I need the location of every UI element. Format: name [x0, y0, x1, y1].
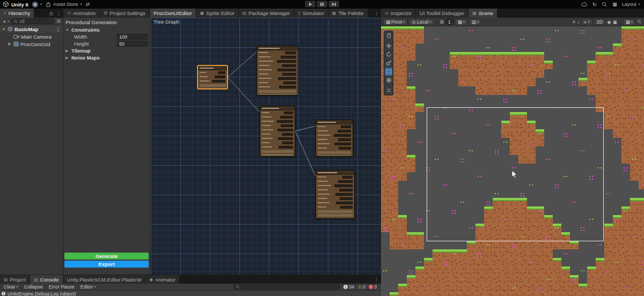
error-pause-toggle[interactable]: Error Pause — [46, 284, 78, 291]
tab-animator[interactable]: ◆Animator — [146, 275, 180, 284]
scene-camera-settings[interactable]: ▣ — [613, 19, 617, 25]
lock-icon[interactable] — [49, 11, 54, 16]
search-icon[interactable] — [602, 2, 608, 8]
procgen-panel: Procedural Generation ▼ConstraintsWidth1… — [63, 18, 151, 275]
tab-simulator[interactable]: ▯Simulator — [294, 9, 328, 18]
tool-rect[interactable] — [385, 68, 392, 76]
account-menu[interactable]: B ▾ — [32, 2, 42, 8]
center-dock-tabs: ◷Animation⚙Project SettingsProcGenUIEdit… — [63, 9, 381, 18]
clear-button[interactable]: Clear ▾ — [1, 284, 21, 291]
tab-animation[interactable]: ◷Animation — [63, 9, 100, 18]
tab-package-manager[interactable]: ▤Package Manager — [239, 9, 295, 18]
search-icon — [13, 19, 18, 24]
tab-sprite-editor[interactable]: ▣Sprite Editor — [196, 9, 239, 18]
simulator-icon: ▯ — [298, 11, 300, 16]
create-object-button[interactable]: ＋▾ — [2, 18, 9, 25]
field-row-height: Height50 — [63, 40, 150, 47]
grid-size-value[interactable]: 1 — [445, 19, 453, 25]
tab-project[interactable]: ▤Project — [0, 275, 30, 284]
graph-node-2[interactable] — [257, 46, 298, 95]
cloud-icon[interactable] — [581, 2, 588, 7]
tree-graph-panel[interactable]: Tree Graph — [151, 18, 381, 275]
bottom-dock-tabs: ▤Project▤ConsoleUnity.PlasticSCM.Editor.… — [0, 275, 381, 284]
item-menu-icon[interactable]: ⋮ — [56, 26, 63, 32]
graph-node-4[interactable] — [316, 120, 353, 157]
scene-2d-toggle[interactable]: 2D — [594, 19, 606, 25]
scene-audio-toggle[interactable]: ♪ — [577, 19, 580, 25]
layers-icon[interactable]: ▦ — [612, 2, 617, 7]
generate-button[interactable]: Generate — [64, 253, 149, 260]
handle-rotation-dropdown[interactable]: ◎ Local ▾ — [409, 19, 434, 25]
chevron-down-icon: ▾ — [631, 20, 633, 24]
info-icon: ! — [343, 285, 348, 289]
hierarchy-item-procgengrid[interactable]: ▶ProcGenGrid — [0, 40, 63, 48]
filter-icon[interactable] — [56, 19, 61, 24]
graph-node-5[interactable] — [316, 170, 355, 219]
graph-node-1[interactable] — [197, 65, 228, 89]
foldout-tilemap[interactable]: ▶Tilemap — [63, 47, 150, 54]
tab-scene[interactable]: ▦Scene — [469, 9, 497, 18]
procgen-actions: GenerateExport — [64, 253, 149, 268]
tab-inspector[interactable]: ◎Inspector — [381, 9, 416, 18]
foldout-constraints[interactable]: ▼Constraints — [63, 26, 150, 33]
tool-custom[interactable] — [385, 86, 392, 94]
foldout-noise-maps[interactable]: ▶Noise Maps — [63, 54, 150, 61]
editor-dropdown[interactable]: Editor ▾ — [78, 284, 99, 291]
tab-console[interactable]: ▤Console — [30, 275, 63, 284]
gizmos-dropdown[interactable]: ▦▾ — [623, 19, 635, 25]
history-icon[interactable]: ↻ — [592, 2, 597, 8]
project-icon: ▤ — [4, 277, 8, 282]
asset-store-menu[interactable]: Asset Store ▾ — [46, 2, 82, 8]
pivot-label: Pivot — [391, 19, 402, 25]
grid-settings-dropdown[interactable]: ▤▾ — [469, 19, 481, 25]
layout-dropdown[interactable]: Layout ▾ — [622, 2, 640, 7]
info-count[interactable]: !34 — [343, 284, 354, 290]
tool-rotate[interactable] — [385, 50, 392, 58]
console-search-input[interactable] — [233, 284, 340, 290]
tab-ui-toolkit-debugger[interactable]: UI Toolkit Debugger — [416, 9, 469, 18]
tool-scale[interactable] — [385, 59, 392, 67]
tool-hand[interactable] — [385, 32, 392, 40]
width-input[interactable]: 100 — [117, 34, 148, 40]
hierarchy-item-main-camera[interactable]: Main Camera — [0, 33, 63, 40]
step-button[interactable] — [328, 1, 339, 8]
tool-transform[interactable] — [385, 76, 392, 84]
panel-menu-icon[interactable]: ⋮ — [374, 277, 379, 282]
foldout-arrow[interactable]: ▼ — [2, 27, 6, 31]
snap-increment-dropdown[interactable]: ▦▾ — [455, 19, 467, 25]
console-log-entry[interactable]: ! UnityEngine.Debug:Log (object) — [0, 291, 381, 296]
scene-effects-dropdown[interactable]: ◐▾ — [581, 19, 592, 25]
scene-lighting-toggle[interactable]: ☀ — [572, 19, 576, 25]
graph-node-3[interactable] — [260, 106, 295, 157]
panel-menu-icon[interactable]: ⋮ — [56, 11, 61, 16]
tab-label: UI Toolkit Debugger — [420, 10, 464, 16]
hierarchy-item-basicmap[interactable]: ▼BasicMap⋮ — [0, 25, 63, 33]
tab-unity-plasticscm-editor-plasticw[interactable]: Unity.PlasticSCM.Editor.PlasticW — [63, 275, 146, 284]
tab-procgenuieditor[interactable]: ProcGenUIEditor — [150, 9, 196, 18]
hierarchy-search-input[interactable]: All — [11, 18, 55, 24]
warning-count[interactable]: ⚠0 — [357, 284, 365, 290]
tab-tile-palette[interactable]: ▦Tile Palette — [328, 9, 368, 18]
foldout-arrow[interactable]: ▶ — [8, 42, 12, 46]
pivot-dropdown[interactable]: ▦ Pivot ▾ — [383, 19, 407, 25]
package-manager-icon: ▤ — [243, 11, 247, 16]
export-button[interactable]: Export — [64, 261, 149, 268]
collab-icon[interactable]: ⇄ — [86, 2, 90, 7]
pause-button[interactable] — [317, 1, 327, 8]
error-count[interactable]: !0 — [369, 284, 377, 290]
asset-store-label: Asset Store — [53, 2, 78, 7]
play-button[interactable] — [305, 1, 316, 8]
collapse-toggle[interactable]: Collapse — [21, 284, 46, 291]
grid-snap-icon[interactable]: ⊞ — [440, 19, 444, 25]
scene-visibility-toggle[interactable]: ◉ — [607, 19, 611, 25]
height-input[interactable]: 50 — [117, 41, 148, 47]
hierarchy-tree: ▼BasicMap⋮Main Camera▶ProcGenGrid — [0, 25, 63, 48]
scene-viewport[interactable] — [381, 26, 644, 296]
panel-menu-icon[interactable]: ⋮ — [374, 11, 379, 16]
tab-hierarchy[interactable]: ≡ Hierarchy — [0, 9, 34, 18]
tool-move[interactable] — [385, 42, 392, 50]
tab-project-settings[interactable]: ⚙Project Settings — [100, 9, 150, 18]
tab-label: Tile Palette — [338, 10, 363, 16]
scene-search-icon[interactable] — [637, 19, 642, 24]
unity-hub-button[interactable]: Unity 6 — [3, 1, 28, 8]
